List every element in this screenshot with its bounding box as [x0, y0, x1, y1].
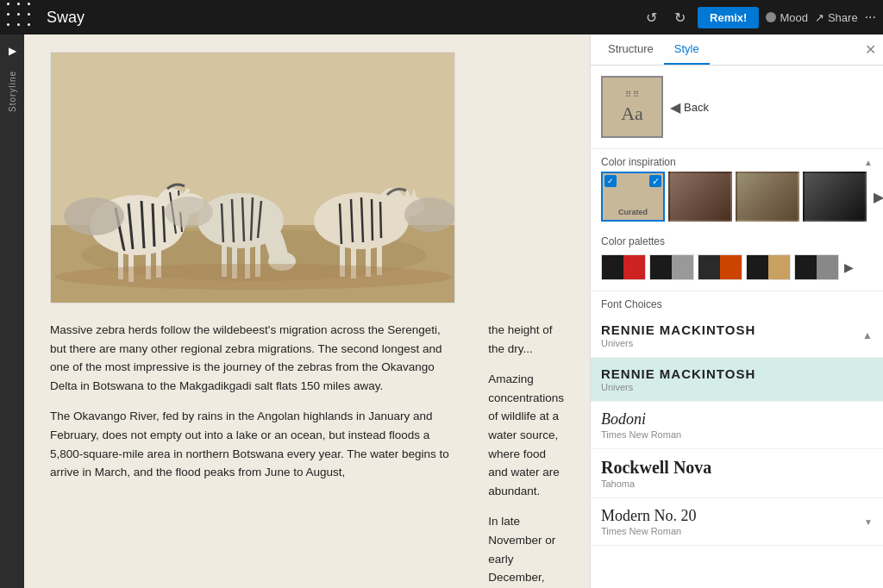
mood-icon — [766, 12, 776, 22]
remix-button[interactable]: Remix! — [698, 7, 759, 28]
font-name-3: Bodoni — [601, 410, 873, 428]
back-label: Back — [684, 101, 709, 114]
font-item-2[interactable]: RENNIE MACKINTOSH Univers — [591, 358, 883, 402]
font-secondary-1: Univers — [601, 338, 755, 348]
color-palettes-row: ▶ — [591, 251, 883, 287]
right-para-2: Amazing concentrations of wildlife at a … — [488, 370, 564, 500]
color-inspiration-header: Color inspiration ▲ — [591, 149, 883, 172]
share-button[interactable]: ↗ Share — [815, 11, 858, 24]
zebra-image — [51, 53, 455, 303]
font-secondary-2: Univers — [601, 382, 873, 392]
svg-line-34 — [372, 199, 373, 241]
right-panel: Structure Style ✕ ⠿ ⠿ Aa ◀ Back Co — [590, 34, 883, 588]
font-secondary-4: Tahoma — [601, 479, 873, 489]
inspiration-curated[interactable]: ✓ Curated — [601, 172, 665, 222]
right-para-1: the height of the dry... — [488, 321, 564, 358]
font-name-1: RENNIE MACKINTOSH — [601, 322, 755, 337]
font-name-4: Rockwell Nova — [601, 458, 873, 478]
tab-structure[interactable]: Structure — [598, 34, 664, 65]
content-right-column: the height of the dry... Amazing concent… — [471, 321, 564, 588]
content-area: Massive zebra herds follow the wildebees… — [24, 34, 590, 588]
font-choices-header: Font Choices — [591, 291, 883, 314]
font-item-1[interactable]: RENNIE MACKINTOSH Univers ▲ — [591, 314, 883, 358]
right-text: the height of the dry... Amazing concent… — [488, 321, 564, 588]
font-name-2: RENNIE MACKINTOSH — [601, 366, 873, 381]
svg-line-35 — [380, 202, 381, 238]
font-item-5[interactable]: Modern No. 20 Times New Roman ▼ — [591, 498, 883, 546]
back-section: ⠿ ⠿ Aa ◀ Back — [591, 66, 883, 149]
mood-label: Mood — [780, 11, 808, 24]
scroll-down-icon: ▼ — [864, 517, 873, 527]
storyline-expand-button[interactable]: ▶ — [5, 41, 20, 60]
panel-body: ⠿ ⠿ Aa ◀ Back Color inspiration ▲ ✓ — [591, 66, 883, 588]
topbar: Sway ↺ ↻ Remix! Mood ↗ Share ··· — [0, 0, 883, 34]
palette-5[interactable] — [794, 254, 839, 280]
palette-2[interactable] — [649, 254, 694, 280]
scroll-up-icon: ▲ — [864, 158, 873, 167]
panel-tabs: Structure Style ✕ — [591, 34, 883, 66]
inspiration-item-4[interactable] — [803, 172, 867, 222]
mood-button[interactable]: Mood — [766, 11, 808, 24]
share-label: Share — [828, 11, 858, 24]
color-palettes-header: Color palettes — [591, 228, 883, 251]
content-left-column: Massive zebra herds follow the wildebees… — [50, 321, 471, 588]
paragraph-2: The Okavango River, fed by rains in the … — [50, 407, 454, 481]
storyline-label: Storyline — [8, 71, 17, 112]
palette-1[interactable] — [601, 254, 646, 280]
color-inspiration-row: ✓ Curated ▶ — [591, 172, 883, 228]
inspiration-item-2[interactable] — [668, 172, 732, 222]
panel-close-button[interactable]: ✕ — [865, 34, 876, 65]
design-dots: ⠿ ⠿ — [625, 90, 640, 99]
tab-style[interactable]: Style — [664, 34, 710, 65]
image-container — [50, 52, 455, 303]
apps-grid-button[interactable] — [7, 3, 36, 32]
svg-point-43 — [64, 197, 124, 235]
svg-point-46 — [55, 264, 452, 290]
font-secondary-3: Times New Roman — [601, 429, 873, 440]
right-para-3: In late November or early December, they… — [488, 512, 564, 588]
selected-design-thumbnail[interactable]: ⠿ ⠿ Aa — [601, 76, 663, 138]
font-name-5: Modern No. 20 — [601, 507, 697, 525]
font-item-3[interactable]: Bodoni Times New Roman — [591, 402, 883, 449]
back-button[interactable]: ◀ Back — [670, 99, 709, 116]
undo-button[interactable]: ↺ — [641, 6, 662, 29]
content-text: Massive zebra herds follow the wildebees… — [50, 321, 454, 482]
svg-point-45 — [165, 197, 213, 228]
redo-button[interactable]: ↻ — [669, 6, 691, 29]
svg-line-8 — [153, 203, 154, 247]
storyline-sidebar: ▶ Storyline — [0, 34, 24, 588]
font-secondary-5: Times New Roman — [601, 526, 697, 536]
palette-next-button[interactable]: ▶ — [844, 260, 854, 274]
inspiration-next-button[interactable]: ▶ — [870, 185, 883, 209]
design-text: Aa — [621, 103, 643, 125]
curated-label: Curated — [618, 208, 648, 216]
inspiration-item-3[interactable] — [736, 172, 799, 222]
back-arrow-icon: ◀ — [670, 99, 680, 116]
more-options-button[interactable]: ··· — [865, 9, 876, 25]
app-brand: Sway — [47, 9, 85, 27]
palette-3[interactable] — [698, 254, 742, 280]
paragraph-1: Massive zebra herds follow the wildebees… — [50, 321, 454, 395]
main-area: ▶ Storyline — [0, 34, 883, 588]
share-icon: ↗ — [815, 11, 824, 24]
font-item-4[interactable]: Rockwell Nova Tahoma — [591, 449, 883, 498]
font-collapse-button[interactable]: ▲ — [862, 329, 873, 341]
svg-point-44 — [404, 197, 455, 232]
palette-4[interactable] — [746, 254, 791, 280]
